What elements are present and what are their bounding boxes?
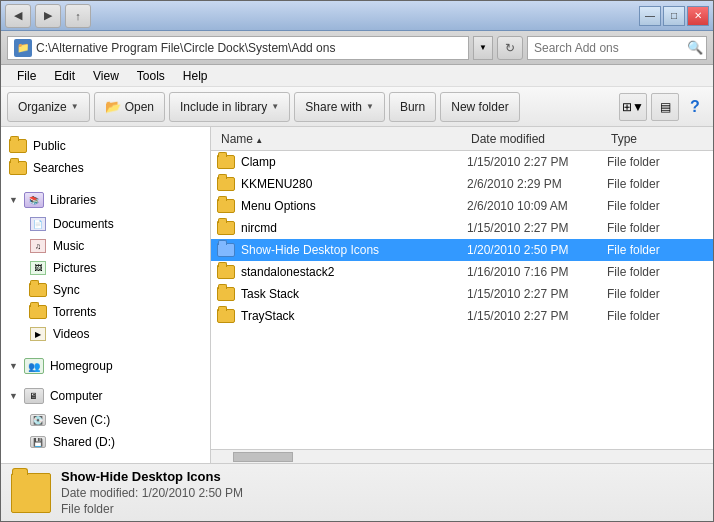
torrents-folder-icon <box>29 304 47 320</box>
documents-icon: 📄 <box>29 216 47 232</box>
up-button[interactable]: ↑ <box>65 4 91 28</box>
new-folder-button[interactable]: New folder <box>440 92 519 122</box>
include-library-button[interactable]: Include in library ▼ <box>169 92 290 122</box>
sidebar-item-pictures[interactable]: 🖼 Pictures <box>1 257 210 279</box>
minimize-button[interactable]: — <box>639 6 661 26</box>
file-row[interactable]: TrayStack 1/15/2010 2:27 PM File folder <box>211 305 713 327</box>
sidebar-item-torrents[interactable]: Torrents <box>1 301 210 323</box>
share-with-button[interactable]: Share with ▼ <box>294 92 385 122</box>
sidebar-item-drive-c[interactable]: 💽 Seven (C:) <box>1 409 210 431</box>
sync-folder-icon <box>29 282 47 298</box>
title-bar-left: ◀ ▶ ↑ <box>5 4 91 28</box>
open-button[interactable]: 📂 Open <box>94 92 165 122</box>
help-button[interactable]: ? <box>683 95 707 119</box>
burn-button[interactable]: Burn <box>389 92 436 122</box>
folder-icon-selected <box>217 243 235 257</box>
file-row[interactable]: standalonestack2 1/16/2010 7:16 PM File … <box>211 261 713 283</box>
file-row[interactable]: Task Stack 1/15/2010 2:27 PM File folder <box>211 283 713 305</box>
status-meta: Date modified: 1/20/2010 2:50 PM <box>61 486 243 500</box>
share-with-arrow: ▼ <box>366 102 374 111</box>
content-area: Public Searches ▼ 📚 Libraries 📄 Document… <box>1 127 713 463</box>
scroll-track <box>211 450 713 464</box>
videos-icon: ▶ <box>29 326 47 342</box>
close-button[interactable]: ✕ <box>687 6 709 26</box>
file-list: Clamp 1/15/2010 2:27 PM File folder KKME… <box>211 151 713 449</box>
file-list-header: Name Date modified Type <box>211 127 713 151</box>
sidebar-item-videos[interactable]: ▶ Videos <box>1 323 210 345</box>
folder-icon <box>217 309 235 323</box>
forward-button[interactable]: ▶ <box>35 4 61 28</box>
maximize-button[interactable]: □ <box>663 6 685 26</box>
menu-view[interactable]: View <box>85 65 127 86</box>
sidebar-item-sync[interactable]: Sync <box>1 279 210 301</box>
toolbar-right: ⊞▼ ▤ ? <box>619 93 707 121</box>
window-controls: — □ ✕ <box>639 6 709 26</box>
column-name[interactable]: Name <box>217 132 467 146</box>
file-row[interactable]: Clamp 1/15/2010 2:27 PM File folder <box>211 151 713 173</box>
organize-button[interactable]: Organize ▼ <box>7 92 90 122</box>
search-wrapper: 🔍 <box>527 36 707 60</box>
file-row[interactable]: KKMENU280 2/6/2010 2:29 PM File folder <box>211 173 713 195</box>
open-icon: 📂 <box>105 99 121 114</box>
file-row-selected[interactable]: Show-Hide Desktop Icons 1/20/2010 2:50 P… <box>211 239 713 261</box>
search-button[interactable]: 🔍 <box>687 40 703 55</box>
folder-icon <box>217 265 235 279</box>
folder-icon <box>217 221 235 235</box>
file-row[interactable]: nircmd 1/15/2010 2:27 PM File folder <box>211 217 713 239</box>
folder-icon <box>217 155 235 169</box>
status-name: Show-Hide Desktop Icons <box>61 469 243 484</box>
status-bar: Show-Hide Desktop Icons Date modified: 1… <box>1 463 713 521</box>
title-bar: ◀ ▶ ↑ — □ ✕ <box>1 1 713 31</box>
computer-arrow-icon: ▼ <box>9 391 18 401</box>
refresh-button[interactable]: ↻ <box>497 36 523 60</box>
address-path[interactable]: 📁 C:\Alternative Program File\Circle Doc… <box>7 36 469 60</box>
column-date-modified[interactable]: Date modified <box>467 132 607 146</box>
search-input[interactable] <box>527 36 707 60</box>
view-options-button[interactable]: ⊞▼ <box>619 93 647 121</box>
address-text: C:\Alternative Program File\Circle Dock\… <box>36 41 335 55</box>
address-folder-icon: 📁 <box>14 39 32 57</box>
menu-help[interactable]: Help <box>175 65 216 86</box>
left-panel: Public Searches ▼ 📚 Libraries 📄 Document… <box>1 127 211 463</box>
menu-edit[interactable]: Edit <box>46 65 83 86</box>
pictures-icon: 🖼 <box>29 260 47 276</box>
folder-icon <box>217 287 235 301</box>
preview-pane-button[interactable]: ▤ <box>651 93 679 121</box>
organize-arrow: ▼ <box>71 102 79 111</box>
status-type: File folder <box>61 502 243 516</box>
sidebar-item-drive-d[interactable]: 💾 Shared (D:) <box>1 431 210 453</box>
right-panel: Name Date modified Type Clamp 1/15/2010 … <box>211 127 713 463</box>
folder-icon <box>217 177 235 191</box>
horizontal-scrollbar[interactable] <box>211 449 713 463</box>
status-folder-icon <box>11 473 51 513</box>
sidebar-item-music[interactable]: ♫ Music <box>1 235 210 257</box>
drive-c-icon: 💽 <box>29 412 47 428</box>
sidebar-item-documents[interactable]: 📄 Documents <box>1 213 210 235</box>
scroll-thumb[interactable] <box>233 452 293 462</box>
folder-icon <box>217 199 235 213</box>
homegroup-icon: 👥 <box>24 358 44 374</box>
sidebar-item-searches[interactable]: Searches <box>1 157 210 179</box>
menu-tools[interactable]: Tools <box>129 65 173 86</box>
computer-icon: 🖥 <box>24 388 44 404</box>
sidebar-homegroup-header[interactable]: ▼ 👥 Homegroup <box>1 353 210 379</box>
music-icon: ♫ <box>29 238 47 254</box>
window: ◀ ▶ ↑ — □ ✕ 📁 C:\Alternative Program Fil… <box>0 0 714 522</box>
sidebar-computer-header[interactable]: ▼ 🖥 Computer <box>1 383 210 409</box>
folder-icon <box>9 138 27 154</box>
address-dropdown-button[interactable]: ▼ <box>473 36 493 60</box>
homegroup-arrow-icon: ▼ <box>9 361 18 371</box>
file-row[interactable]: Menu Options 2/6/2010 10:09 AM File fold… <box>211 195 713 217</box>
drive-d-icon: 💾 <box>29 434 47 450</box>
libraries-icon: 📚 <box>24 192 44 208</box>
searches-icon <box>9 160 27 176</box>
sidebar-item-public[interactable]: Public <box>1 135 210 157</box>
address-bar: 📁 C:\Alternative Program File\Circle Doc… <box>1 31 713 65</box>
menu-bar: File Edit View Tools Help <box>1 65 713 87</box>
sidebar-libraries-header[interactable]: ▼ 📚 Libraries <box>1 187 210 213</box>
menu-file[interactable]: File <box>9 65 44 86</box>
back-button[interactable]: ◀ <box>5 4 31 28</box>
libraries-arrow-icon: ▼ <box>9 195 18 205</box>
include-library-arrow: ▼ <box>271 102 279 111</box>
column-type[interactable]: Type <box>607 132 707 146</box>
